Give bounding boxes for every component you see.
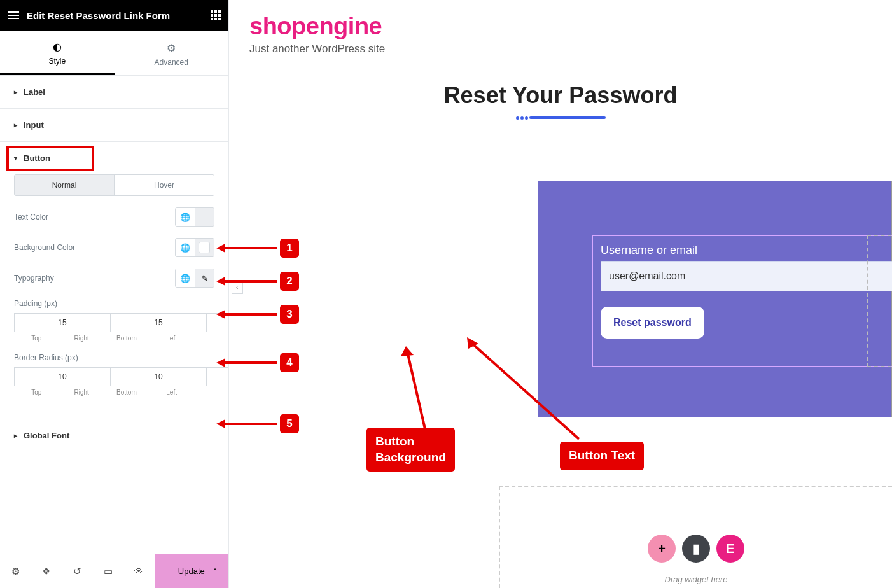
- svg-marker-11: [401, 346, 414, 356]
- reset-form: Username or email Reset password: [592, 235, 892, 367]
- add-section-button[interactable]: +: [648, 535, 676, 563]
- section-list: ▸ Label ▸ Input ▾ Button Normal Hover: [0, 76, 228, 554]
- input-label: Username or email: [601, 244, 892, 257]
- section-input[interactable]: ▸ Input: [0, 109, 228, 141]
- gear-icon: ⚙: [167, 42, 176, 54]
- pencil-icon[interactable]: ✎: [195, 269, 214, 287]
- editor-sidebar: Edit Reset Password Link Form ◐ Style ⚙ …: [0, 0, 229, 588]
- settings-icon[interactable]: ⚙: [0, 554, 31, 588]
- panel-footer: ⚙ ❖ ↺ ▭ 👁 Update ⌃: [0, 554, 228, 588]
- state-toggle: Normal Hover: [14, 174, 214, 196]
- dashed-placeholder: [867, 235, 891, 367]
- label-padding: Padding (px): [14, 299, 214, 308]
- section-label[interactable]: ▸ Label: [0, 76, 228, 108]
- page-heading: Reset Your Password: [229, 82, 892, 109]
- callout-1: 1: [280, 239, 299, 258]
- svg-marker-7: [216, 358, 225, 367]
- preview-icon[interactable]: 👁: [123, 554, 155, 588]
- heading-divider: [229, 116, 892, 120]
- email-input[interactable]: [601, 261, 892, 291]
- callout-4: 4: [280, 353, 299, 372]
- svg-line-12: [471, 342, 579, 439]
- caret-right-icon: ▸: [14, 88, 17, 95]
- navigator-icon[interactable]: ❖: [31, 554, 62, 588]
- widgets-grid-icon[interactable]: [211, 10, 221, 20]
- text-color-swatch[interactable]: [195, 208, 214, 226]
- drop-zone[interactable]: + ▮ E Drag widget here: [499, 486, 892, 588]
- padding-top[interactable]: [14, 313, 111, 332]
- half-circle-icon: ◐: [53, 41, 62, 53]
- caret-down-icon: ▾: [14, 155, 17, 162]
- label-bg-color: Background Color: [14, 243, 75, 252]
- menu-icon[interactable]: [8, 11, 19, 19]
- section-button[interactable]: ▾ Button: [0, 142, 228, 174]
- label-text-color: Text Color: [14, 213, 48, 221]
- caret-up-icon: ⌃: [212, 567, 218, 576]
- globe-icon[interactable]: 🌐: [176, 208, 195, 226]
- tab-style[interactable]: ◐ Style: [0, 31, 115, 75]
- panel-header: Edit Reset Password Link Form: [0, 0, 228, 31]
- globe-icon[interactable]: 🌐: [176, 269, 195, 287]
- label-typography: Typography: [14, 274, 54, 283]
- panel-title: Edit Reset Password Link Form: [27, 10, 170, 21]
- caret-right-icon: ▸: [14, 122, 17, 129]
- callout-5: 5: [280, 414, 299, 433]
- panel-tabs: ◐ Style ⚙ Advanced: [0, 31, 228, 76]
- drag-hint: Drag widget here: [665, 575, 728, 584]
- svg-marker-5: [216, 310, 225, 319]
- update-button[interactable]: Update ⌃: [155, 554, 228, 588]
- template-button[interactable]: ▮: [682, 535, 710, 563]
- preview-canvas: shopengine Just another WordPress site R…: [229, 0, 892, 588]
- padding-right[interactable]: [111, 313, 207, 332]
- tab-advanced[interactable]: ⚙ Advanced: [115, 31, 229, 75]
- svg-marker-3: [216, 277, 225, 286]
- callout-button-bg: Button Background: [366, 428, 455, 472]
- toggle-hover[interactable]: Hover: [115, 175, 214, 195]
- radius-top[interactable]: [14, 367, 111, 386]
- svg-line-10: [407, 351, 425, 429]
- history-icon[interactable]: ↺: [62, 554, 93, 588]
- label-radius: Border Radius (px): [14, 353, 214, 362]
- callout-3: 3: [280, 305, 299, 324]
- toggle-normal[interactable]: Normal: [15, 175, 115, 195]
- reset-password-button[interactable]: Reset password: [601, 307, 704, 339]
- responsive-icon[interactable]: ▭: [93, 554, 124, 588]
- callout-2: 2: [280, 272, 299, 291]
- shopengine-button[interactable]: E: [716, 535, 744, 563]
- callout-button-text: Button Text: [560, 442, 644, 470]
- svg-marker-1: [216, 244, 225, 253]
- globe-icon[interactable]: 🌐: [176, 239, 195, 256]
- radius-bottom[interactable]: [207, 367, 228, 386]
- svg-marker-9: [216, 419, 225, 428]
- caret-right-icon: ▸: [14, 432, 17, 439]
- bg-color-swatch[interactable]: [195, 239, 214, 256]
- site-title[interactable]: shopengine: [249, 13, 892, 40]
- site-tagline: Just another WordPress site: [249, 43, 892, 55]
- section-global-font[interactable]: ▸ Global Font: [0, 419, 228, 452]
- radius-right[interactable]: [111, 367, 207, 386]
